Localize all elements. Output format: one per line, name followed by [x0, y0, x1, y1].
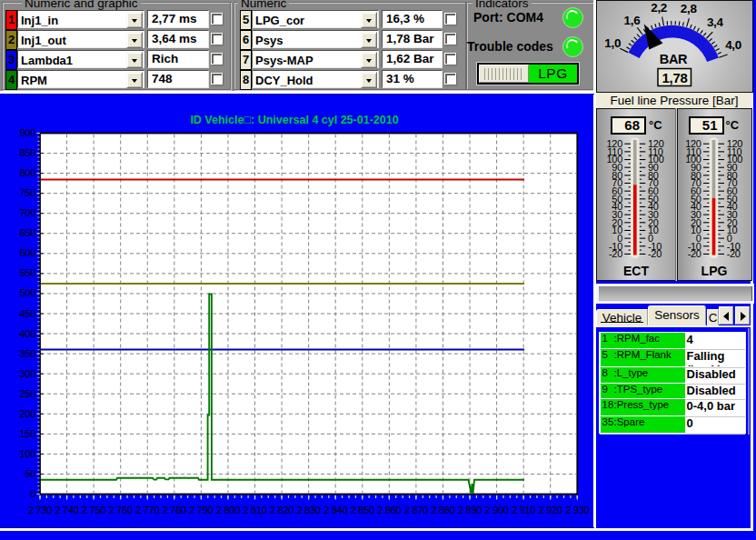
svg-text:600: 600: [20, 247, 36, 258]
svg-text:2 810: 2 810: [244, 505, 267, 515]
svg-text:2 890: 2 890: [458, 505, 482, 515]
svg-text:700: 700: [20, 207, 36, 218]
svg-text:ID Vehicle□: Universal 4 cyl 2: ID Vehicle□: Universal 4 cyl 25-01-2010: [190, 114, 398, 126]
svg-text:2,8: 2,8: [681, 2, 698, 15]
svg-text:2 860: 2 860: [377, 505, 401, 515]
svg-text:-20: -20: [688, 248, 701, 259]
svg-text:0: 0: [30, 488, 35, 499]
svg-text:2 740: 2 740: [55, 505, 79, 515]
svg-text:-20: -20: [727, 248, 741, 259]
svg-text:2 780: 2 780: [163, 505, 186, 515]
svg-text:1,0: 1,0: [604, 36, 621, 50]
svg-text:550: 550: [20, 267, 36, 278]
svg-text:850: 850: [20, 147, 36, 158]
svg-text:200: 200: [20, 408, 36, 419]
svg-text:2 730: 2 730: [28, 505, 52, 515]
svg-text:2 850: 2 850: [351, 505, 374, 515]
svg-text:750: 750: [20, 187, 36, 198]
svg-text:2 870: 2 870: [404, 505, 428, 515]
svg-text:2 840: 2 840: [323, 505, 347, 515]
svg-text:650: 650: [20, 227, 36, 238]
svg-text:4,0: 4,0: [725, 38, 741, 52]
svg-text:2 800: 2 800: [216, 505, 240, 515]
svg-text:300: 300: [20, 368, 36, 379]
svg-text:2 830: 2 830: [297, 505, 321, 515]
svg-text:350: 350: [20, 348, 36, 359]
svg-text:2 920: 2 920: [539, 505, 562, 515]
svg-text:500: 500: [20, 287, 36, 298]
svg-text:2 770: 2 770: [135, 505, 159, 515]
svg-text:100: 100: [20, 448, 36, 459]
svg-text:2 820: 2 820: [270, 505, 293, 515]
svg-text:2 790: 2 790: [189, 505, 213, 515]
svg-text:50: 50: [25, 468, 35, 479]
svg-text:2 760: 2 760: [109, 505, 133, 515]
svg-text:1,78: 1,78: [662, 70, 688, 85]
svg-text:2 880: 2 880: [431, 505, 454, 515]
svg-text:400: 400: [20, 328, 36, 339]
svg-text:250: 250: [20, 388, 36, 399]
svg-text:150: 150: [20, 428, 36, 439]
svg-text:3,4: 3,4: [707, 15, 724, 29]
svg-text:900: 900: [20, 127, 36, 138]
svg-text:2 750: 2 750: [82, 505, 105, 515]
svg-text:BAR: BAR: [660, 52, 688, 66]
svg-text:2 910: 2 910: [512, 505, 535, 515]
svg-text:-20: -20: [648, 248, 662, 259]
svg-text:450: 450: [20, 308, 36, 319]
svg-text:2,2: 2,2: [651, 1, 667, 15]
svg-text:2 930: 2 930: [565, 505, 589, 515]
svg-text:1,6: 1,6: [623, 14, 641, 27]
svg-text:800: 800: [20, 167, 36, 178]
svg-text:2 900: 2 900: [485, 505, 509, 515]
svg-text:-20: -20: [609, 248, 622, 259]
